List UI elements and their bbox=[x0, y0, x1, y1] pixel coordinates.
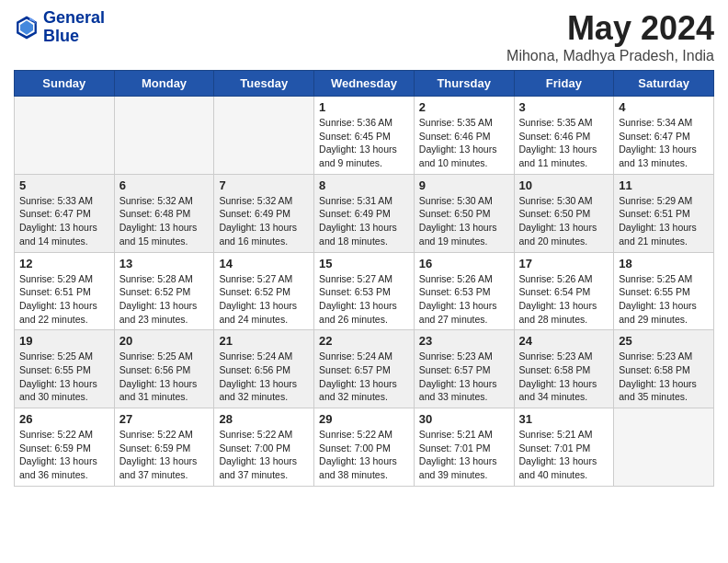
logo-text-blue: Blue bbox=[43, 28, 105, 46]
day-info: Sunrise: 5:22 AMSunset: 7:00 PMDaylight:… bbox=[319, 428, 409, 482]
day-info: Sunrise: 5:36 AMSunset: 6:45 PMDaylight:… bbox=[319, 116, 409, 170]
week-row-1: 1Sunrise: 5:36 AMSunset: 6:45 PMDaylight… bbox=[15, 97, 714, 175]
day-number: 23 bbox=[419, 334, 509, 348]
day-info: Sunrise: 5:23 AMSunset: 6:58 PMDaylight:… bbox=[519, 350, 609, 404]
day-number: 20 bbox=[119, 334, 210, 348]
day-info: Sunrise: 5:26 AMSunset: 6:53 PMDaylight:… bbox=[419, 272, 509, 327]
day-header-sunday: Sunday bbox=[15, 71, 115, 97]
day-info: Sunrise: 5:23 AMSunset: 6:58 PMDaylight:… bbox=[619, 350, 709, 404]
day-header-tuesday: Tuesday bbox=[214, 71, 314, 97]
header: General Blue May 2024 Mihona, Madhya Pra… bbox=[14, 9, 714, 64]
title-area: May 2024 Mihona, Madhya Pradesh, India bbox=[506, 9, 714, 64]
calendar-cell: 7Sunrise: 5:32 AMSunset: 6:49 PMDaylight… bbox=[214, 174, 314, 252]
day-info: Sunrise: 5:22 AMSunset: 7:00 PMDaylight:… bbox=[219, 428, 309, 482]
calendar-table: SundayMondayTuesdayWednesdayThursdayFrid… bbox=[14, 70, 714, 487]
calendar-cell: 2Sunrise: 5:35 AMSunset: 6:46 PMDaylight… bbox=[414, 97, 514, 175]
main-title: May 2024 bbox=[506, 9, 714, 48]
calendar-cell: 26Sunrise: 5:22 AMSunset: 6:59 PMDayligh… bbox=[15, 408, 115, 487]
day-number: 25 bbox=[619, 334, 709, 348]
day-number: 30 bbox=[419, 412, 509, 426]
calendar-cell: 27Sunrise: 5:22 AMSunset: 6:59 PMDayligh… bbox=[114, 408, 214, 487]
calendar-cell bbox=[214, 97, 314, 175]
calendar-cell bbox=[614, 408, 714, 487]
day-number: 5 bbox=[19, 178, 109, 192]
day-info: Sunrise: 5:23 AMSunset: 6:57 PMDaylight:… bbox=[419, 350, 509, 404]
calendar-cell: 17Sunrise: 5:26 AMSunset: 6:54 PMDayligh… bbox=[514, 252, 614, 330]
day-number: 1 bbox=[319, 100, 409, 114]
calendar-cell: 21Sunrise: 5:24 AMSunset: 6:56 PMDayligh… bbox=[214, 330, 314, 408]
calendar-cell: 25Sunrise: 5:23 AMSunset: 6:58 PMDayligh… bbox=[614, 330, 714, 408]
calendar-cell: 29Sunrise: 5:22 AMSunset: 7:00 PMDayligh… bbox=[314, 408, 415, 487]
day-number: 2 bbox=[419, 100, 509, 114]
day-number: 14 bbox=[219, 257, 309, 270]
day-number: 7 bbox=[219, 178, 309, 192]
calendar-cell: 28Sunrise: 5:22 AMSunset: 7:00 PMDayligh… bbox=[214, 408, 314, 487]
day-header-thursday: Thursday bbox=[414, 71, 514, 97]
day-info: Sunrise: 5:21 AMSunset: 7:01 PMDaylight:… bbox=[419, 428, 509, 482]
calendar-cell: 19Sunrise: 5:25 AMSunset: 6:55 PMDayligh… bbox=[15, 330, 115, 408]
day-number: 10 bbox=[519, 178, 609, 192]
logo-text-general: General bbox=[43, 9, 105, 28]
day-number: 6 bbox=[119, 178, 210, 192]
day-info: Sunrise: 5:28 AMSunset: 6:52 PMDaylight:… bbox=[119, 272, 210, 327]
day-number: 12 bbox=[19, 257, 109, 270]
day-number: 21 bbox=[219, 334, 309, 348]
day-header-monday: Monday bbox=[114, 71, 214, 97]
day-number: 9 bbox=[419, 178, 509, 192]
day-info: Sunrise: 5:25 AMSunset: 6:56 PMDaylight:… bbox=[119, 350, 210, 404]
calendar-cell: 10Sunrise: 5:30 AMSunset: 6:50 PMDayligh… bbox=[514, 174, 614, 252]
day-info: Sunrise: 5:35 AMSunset: 6:46 PMDaylight:… bbox=[419, 116, 509, 170]
day-number: 29 bbox=[319, 412, 409, 426]
day-number: 13 bbox=[119, 257, 210, 270]
day-info: Sunrise: 5:22 AMSunset: 6:59 PMDaylight:… bbox=[19, 428, 109, 482]
day-number: 27 bbox=[119, 412, 210, 426]
day-number: 31 bbox=[519, 412, 609, 426]
calendar-cell: 24Sunrise: 5:23 AMSunset: 6:58 PMDayligh… bbox=[514, 330, 614, 408]
week-row-4: 19Sunrise: 5:25 AMSunset: 6:55 PMDayligh… bbox=[15, 330, 714, 408]
calendar-cell: 8Sunrise: 5:31 AMSunset: 6:49 PMDaylight… bbox=[314, 174, 415, 252]
days-of-week-row: SundayMondayTuesdayWednesdayThursdayFrid… bbox=[15, 71, 714, 97]
day-number: 18 bbox=[619, 257, 709, 270]
logo-icon bbox=[14, 15, 40, 40]
logo: General Blue bbox=[14, 9, 105, 46]
calendar-cell: 4Sunrise: 5:34 AMSunset: 6:47 PMDaylight… bbox=[614, 97, 714, 175]
calendar-cell: 13Sunrise: 5:28 AMSunset: 6:52 PMDayligh… bbox=[114, 252, 214, 330]
day-info: Sunrise: 5:26 AMSunset: 6:54 PMDaylight:… bbox=[519, 272, 609, 327]
day-header-friday: Friday bbox=[514, 71, 614, 97]
day-info: Sunrise: 5:24 AMSunset: 6:56 PMDaylight:… bbox=[219, 350, 309, 404]
day-info: Sunrise: 5:33 AMSunset: 6:47 PMDaylight:… bbox=[19, 194, 109, 248]
day-header-wednesday: Wednesday bbox=[314, 71, 415, 97]
day-number: 28 bbox=[219, 412, 309, 426]
day-number: 11 bbox=[619, 178, 709, 192]
calendar-cell: 22Sunrise: 5:24 AMSunset: 6:57 PMDayligh… bbox=[314, 330, 415, 408]
calendar-cell: 15Sunrise: 5:27 AMSunset: 6:53 PMDayligh… bbox=[314, 252, 415, 330]
calendar-cell: 16Sunrise: 5:26 AMSunset: 6:53 PMDayligh… bbox=[414, 252, 514, 330]
day-info: Sunrise: 5:32 AMSunset: 6:49 PMDaylight:… bbox=[219, 194, 309, 248]
day-info: Sunrise: 5:31 AMSunset: 6:49 PMDaylight:… bbox=[319, 194, 409, 248]
week-row-3: 12Sunrise: 5:29 AMSunset: 6:51 PMDayligh… bbox=[15, 252, 714, 330]
day-number: 15 bbox=[319, 257, 409, 270]
day-number: 8 bbox=[319, 178, 409, 192]
day-number: 24 bbox=[519, 334, 609, 348]
calendar-cell: 31Sunrise: 5:21 AMSunset: 7:01 PMDayligh… bbox=[514, 408, 614, 487]
day-info: Sunrise: 5:29 AMSunset: 6:51 PMDaylight:… bbox=[619, 194, 709, 248]
day-number: 4 bbox=[619, 100, 709, 114]
calendar-cell bbox=[114, 97, 214, 175]
week-row-5: 26Sunrise: 5:22 AMSunset: 6:59 PMDayligh… bbox=[15, 408, 714, 487]
calendar-cell bbox=[15, 97, 115, 175]
day-number: 16 bbox=[419, 257, 509, 270]
calendar-cell: 14Sunrise: 5:27 AMSunset: 6:52 PMDayligh… bbox=[214, 252, 314, 330]
calendar-header: SundayMondayTuesdayWednesdayThursdayFrid… bbox=[15, 71, 714, 97]
calendar-cell: 30Sunrise: 5:21 AMSunset: 7:01 PMDayligh… bbox=[414, 408, 514, 487]
calendar-cell: 20Sunrise: 5:25 AMSunset: 6:56 PMDayligh… bbox=[114, 330, 214, 408]
day-number: 19 bbox=[19, 334, 109, 348]
day-number: 22 bbox=[319, 334, 409, 348]
day-info: Sunrise: 5:27 AMSunset: 6:52 PMDaylight:… bbox=[219, 272, 309, 327]
calendar-cell: 6Sunrise: 5:32 AMSunset: 6:48 PMDaylight… bbox=[114, 174, 214, 252]
calendar-cell: 5Sunrise: 5:33 AMSunset: 6:47 PMDaylight… bbox=[15, 174, 115, 252]
day-info: Sunrise: 5:21 AMSunset: 7:01 PMDaylight:… bbox=[519, 428, 609, 482]
calendar-cell: 3Sunrise: 5:35 AMSunset: 6:46 PMDaylight… bbox=[514, 97, 614, 175]
calendar-cell: 12Sunrise: 5:29 AMSunset: 6:51 PMDayligh… bbox=[15, 252, 115, 330]
calendar-body: 1Sunrise: 5:36 AMSunset: 6:45 PMDaylight… bbox=[15, 97, 714, 487]
day-info: Sunrise: 5:24 AMSunset: 6:57 PMDaylight:… bbox=[319, 350, 409, 404]
